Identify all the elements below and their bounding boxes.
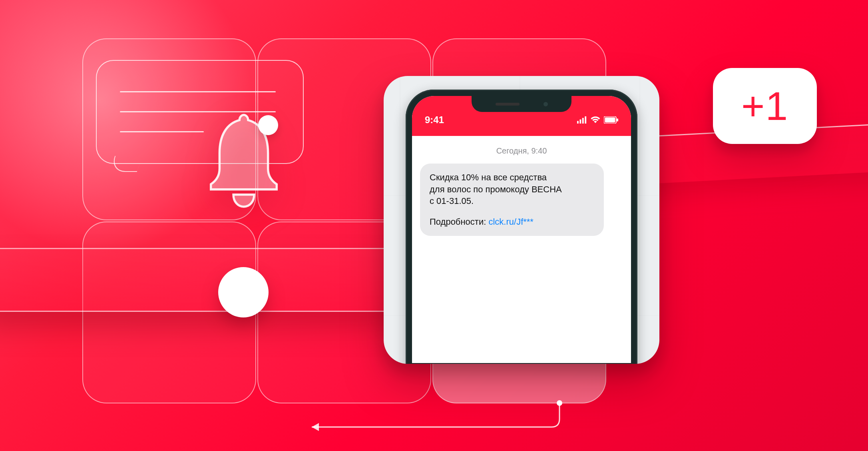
phone-frame: 9:41 Сегодня, 9:40 Скидка 10% на все сре… bbox=[406, 90, 637, 364]
svg-rect-0 bbox=[577, 121, 579, 124]
chat-text-line bbox=[120, 131, 204, 132]
svg-rect-6 bbox=[617, 118, 618, 122]
bell-icon bbox=[200, 108, 288, 212]
sms-text: для волос по промокоду ВЕСНА bbox=[430, 184, 594, 196]
decorative-ribbon bbox=[0, 248, 420, 312]
decorative-dot bbox=[218, 267, 269, 317]
phone-screen: 9:41 Сегодня, 9:40 Скидка 10% на все сре… bbox=[412, 96, 631, 363]
wifi-icon bbox=[590, 116, 601, 124]
sms-text: с 01-31.05. bbox=[430, 195, 594, 207]
svg-point-7 bbox=[557, 400, 562, 406]
svg-rect-2 bbox=[582, 118, 583, 124]
signal-icon bbox=[577, 116, 587, 124]
sms-details: Подробности: clck.ru/Jf*** bbox=[430, 216, 594, 228]
sms-bubble: Скидка 10% на все средства для волос по … bbox=[420, 164, 604, 236]
badge-text: +1 bbox=[741, 83, 788, 129]
status-time: 9:41 bbox=[425, 114, 444, 126]
svg-rect-5 bbox=[605, 118, 615, 123]
battery-icon bbox=[604, 116, 618, 124]
svg-rect-3 bbox=[585, 116, 586, 124]
sms-date-label: Сегодня, 9:40 bbox=[420, 146, 623, 156]
sms-details-label: Подробности: bbox=[430, 217, 488, 227]
svg-rect-1 bbox=[579, 120, 581, 124]
sms-link: clck.ru/Jf*** bbox=[488, 217, 533, 227]
sms-message-area: Сегодня, 9:40 Скидка 10% на все средства… bbox=[412, 136, 631, 246]
plus-one-badge: +1 bbox=[713, 68, 817, 144]
phone-preview-card: 9:41 Сегодня, 9:40 Скидка 10% на все сре… bbox=[384, 76, 659, 364]
sms-text: Скидка 10% на все средства bbox=[430, 172, 594, 184]
chat-text-line bbox=[120, 91, 276, 92]
notification-dot-icon bbox=[258, 115, 278, 135]
phone-notch bbox=[472, 96, 571, 112]
loop-arrow-icon bbox=[288, 399, 567, 431]
